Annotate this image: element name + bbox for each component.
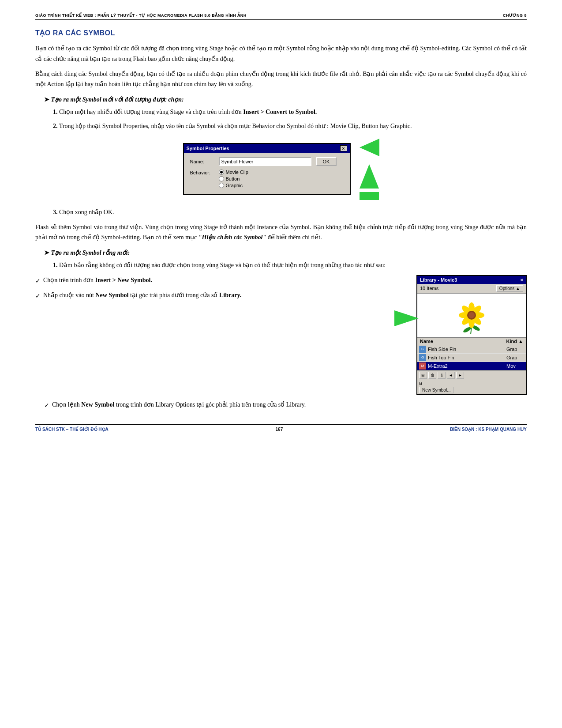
steps-group2: 1. Đảm bảo rằng không có đối tượng nào đ…: [53, 260, 527, 271]
name-input[interactable]: [219, 157, 311, 166]
two-col-area: ✓ Chọn trên trình đơn Insert > New Symbo…: [35, 275, 527, 395]
lib-info-btn[interactable]: ℹ: [438, 372, 446, 379]
lib-row-name-0: Fish Side Fin: [428, 347, 506, 352]
arrow-right-green-shape: [394, 310, 419, 326]
lib-row-kind-2: Mov: [506, 363, 524, 369]
ok-button[interactable]: OK: [316, 157, 337, 166]
library-toolbar: 10 Items Options ▲: [417, 284, 526, 294]
name-row: Name: OK: [190, 157, 344, 166]
check-item-3: ✓ Chọn lệnh New Symbol trong trình đơn L…: [44, 400, 527, 411]
lib-scroll-left[interactable]: ◄: [447, 372, 455, 379]
subsection2-title: Tạo ra một Symbol rỗng mới:: [44, 249, 527, 256]
lib-new-btn[interactable]: ⊞: [419, 372, 427, 379]
behavior-options: Movie Clip Button Graphic: [219, 170, 248, 188]
library-window: Library - Movie3 × 10 Items Options ▲: [416, 275, 527, 395]
svg-point-12: [468, 312, 475, 318]
radio-graphic-indicator: [219, 183, 224, 188]
arrow-up-stem: [360, 192, 379, 200]
lib-row-name-1: Fish Top Fin: [428, 355, 506, 360]
steps-group1: 1. Chọn một hay nhiều đối tượng trong vù…: [53, 107, 527, 132]
library-table-header: Name Kind ▲: [417, 338, 526, 345]
library-new-symbol-area: kt New Symbol...: [417, 380, 526, 394]
header-right: CHƯƠNG 8: [503, 13, 527, 18]
check-item-2: ✓ Nhấp chuột vào nút New Symbol tại góc …: [35, 290, 386, 302]
radio-movie-clip[interactable]: Movie Clip: [219, 170, 248, 175]
lib-row-0: G Fish Side Fin Grap: [417, 345, 526, 354]
footer-right: BIÊN SOẠN : KS PHẠM QUANG HUY: [450, 427, 527, 432]
behavior-label: Behavior:: [190, 170, 219, 175]
lib-row-icon-2: M: [419, 362, 426, 370]
footer-page: 167: [276, 427, 283, 432]
radio-graphic[interactable]: Graphic: [219, 183, 248, 188]
para2: Bằng cách dùng các Symbol chuyển động, b…: [35, 69, 527, 90]
dialog-title: Symbol Properties: [187, 146, 229, 151]
lib-row-name-2: M-Extra2: [428, 363, 506, 369]
header-bar: GIÁO TRÌNH THIẾT KẾ WEB : PHẦN LÝ THUYẾT…: [35, 13, 527, 20]
footer-left: TỦ SÁCH STK – THẾ GIỚI ĐỒ HỌA: [35, 427, 109, 432]
dialog-titlebar: Symbol Properties ×: [184, 144, 350, 153]
library-area: Library - Movie3 × 10 Items Options ▲: [394, 275, 527, 395]
arrow-right-container: [394, 310, 419, 326]
behavior-row: Behavior: Movie Clip Button: [190, 170, 344, 188]
check-icon-2: ✓: [35, 291, 41, 302]
step-2: 2. Trong hộp thoại Symbol Properties, nh…: [53, 121, 527, 132]
check-item-1: ✓ Chọn trên trình đơn Insert > New Symbo…: [35, 275, 386, 287]
symbol-properties-dialog: Symbol Properties × Name: OK Behavior:: [183, 143, 351, 195]
col-name: Name: [420, 339, 433, 344]
lib-row-icon-0: G: [419, 346, 426, 353]
arrow-up-green: [360, 164, 379, 189]
flower-preview-image: [454, 295, 489, 335]
library-title: Library - Movie3: [420, 277, 457, 283]
footer-bar: TỦ SÁCH STK – THẾ GIỚI ĐỒ HỌA 167 BIÊN S…: [35, 424, 527, 432]
check-list: ✓ Chọn trên trình đơn Insert > New Symbo…: [35, 275, 386, 305]
radio-button[interactable]: Button: [219, 176, 248, 181]
lib-row-icon-1: G: [419, 354, 426, 361]
step2-intro: 1. Đảm bảo rằng không có đối tượng nào đ…: [53, 260, 527, 271]
name-label: Name:: [190, 159, 219, 164]
dialog-area: Symbol Properties × Name: OK Behavior:: [183, 139, 379, 200]
library-bottom-bar: ⊞ 🗑 ℹ ◄ ►: [417, 370, 526, 380]
arrow-left-shape: [360, 139, 379, 156]
check-text-1: Chọn trên trình đơn Insert > New Symbol.: [43, 275, 386, 287]
lib-row-kind-0: Grap: [506, 347, 524, 352]
new-symbol-button[interactable]: New Symbol...: [419, 387, 453, 393]
page: GIÁO TRÌNH THIẾT KẾ WEB : PHẦN LÝ THUYẾT…: [0, 0, 562, 728]
lib-delete-btn[interactable]: 🗑: [428, 372, 436, 379]
radio-movie-clip-indicator: [219, 170, 224, 175]
subsection1-title: Tạo ra một Symbol mới với đối tượng được…: [44, 96, 527, 103]
library-close-btn[interactable]: ×: [521, 277, 523, 283]
para1: Bạn có thể tạo ra các Symbol từ các đối …: [35, 43, 527, 64]
header-left: GIÁO TRÌNH THIẾT KẾ WEB : PHẦN LÝ THUYẾT…: [35, 13, 247, 18]
library-with-arrow: Library - Movie3 × 10 Items Options ▲: [394, 275, 527, 395]
para3: Flash sẽ thêm Symbol vào trong thư viện.…: [35, 222, 527, 243]
check-icon-3: ✓: [44, 400, 49, 411]
step-1: 1. Chọn một hay nhiều đối tượng trong vù…: [53, 107, 527, 117]
radio-button-indicator: [219, 176, 224, 181]
step-3: 3. Chọn xong nhấp OK.: [53, 207, 527, 218]
check-icon-1: ✓: [35, 276, 41, 287]
check-text-3: Chọn lệnh New Symbol trong trình đơn Lib…: [52, 400, 527, 411]
lib-row-kind-1: Grap: [506, 355, 524, 360]
lib-row-1: G Fish Top Fin Grap: [417, 354, 526, 362]
arrow-left-green: [360, 139, 379, 156]
library-titlebar: Library - Movie3 ×: [417, 276, 526, 284]
section-title: TẠO RA CÁC SYMBOL: [35, 29, 527, 37]
library-items-count: 10 Items: [420, 286, 438, 291]
lib-scroll-right[interactable]: ►: [456, 372, 464, 379]
arrow-up-shape: [360, 164, 379, 189]
col-kind: Kind ▲: [506, 339, 523, 344]
check-text-2: Nhấp chuột vào nút New Symbol tại góc tr…: [43, 290, 386, 302]
step3-container: 3. Chọn xong nhấp OK.: [53, 207, 527, 218]
dialog-close-button[interactable]: ×: [340, 145, 347, 151]
dialog-wrapper: Symbol Properties × Name: OK Behavior:: [35, 139, 527, 200]
library-preview: [417, 294, 526, 338]
library-options-button[interactable]: Options ▲: [496, 285, 523, 292]
lib-row-2: M M-Extra2 Mov: [417, 362, 526, 370]
dialog-body: Name: OK Behavior: Movie Clip: [184, 153, 350, 194]
arrows-area: [360, 139, 379, 200]
